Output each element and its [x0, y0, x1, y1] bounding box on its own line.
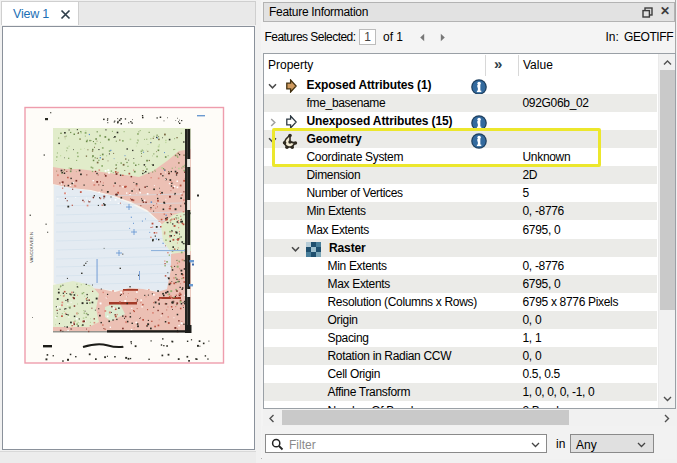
svg-text:VANCOUVER N: VANCOUVER N	[29, 232, 34, 263]
